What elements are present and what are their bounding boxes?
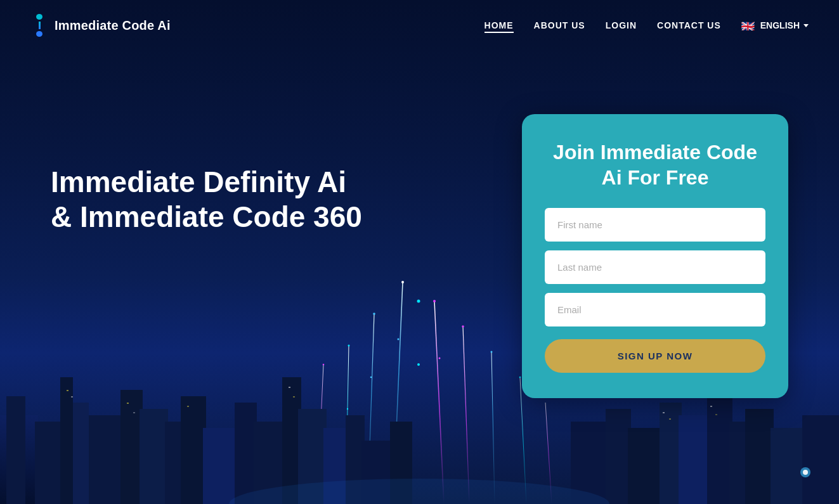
hero-section: Immediate Definity Ai & Immediate Code 3… [0,51,839,504]
hero-title-line2: & Immediate Code 360 [51,200,362,233]
logo-link[interactable]: Immediate Code Ai [30,14,171,37]
chevron-down-icon [803,24,809,27]
navbar: Immediate Code Ai HOME ABOUT US LOGIN CO… [0,0,839,51]
language-label: ENGLISH [760,20,800,30]
flag-icon [741,20,757,30]
nav-item-home[interactable]: HOME [485,20,514,31]
nav-item-about[interactable]: ABOUT US [534,20,585,31]
nav-item-login[interactable]: LOGIN [606,20,637,31]
first-name-input[interactable] [545,208,765,242]
nav-links: HOME ABOUT US LOGIN CONTACT US ENGLISH [485,20,809,31]
brand-name: Immediate Code Ai [55,18,171,33]
reg-card-title: Join Immediate Code Ai For Free [545,139,765,190]
nav-link-contact[interactable]: CONTACT US [657,20,721,30]
hero-title-line1: Immediate Definity Ai [51,165,346,198]
nav-link-login[interactable]: LOGIN [606,20,637,30]
nav-item-contact[interactable]: CONTACT US [657,20,721,31]
hero-title: Immediate Definity Ai & Immediate Code 3… [51,165,362,235]
hero-text-block: Immediate Definity Ai & Immediate Code 3… [51,101,362,235]
nav-link-about[interactable]: ABOUT US [534,20,585,30]
nav-link-home[interactable]: HOME [485,20,514,33]
email-input[interactable] [545,293,765,326]
logo-icon [30,14,48,37]
signup-button[interactable]: SIGN UP NOW [545,339,765,373]
nav-language-selector[interactable]: ENGLISH [741,20,809,30]
last-name-input[interactable] [545,250,765,284]
registration-card: Join Immediate Code Ai For Free SIGN UP … [522,114,788,398]
